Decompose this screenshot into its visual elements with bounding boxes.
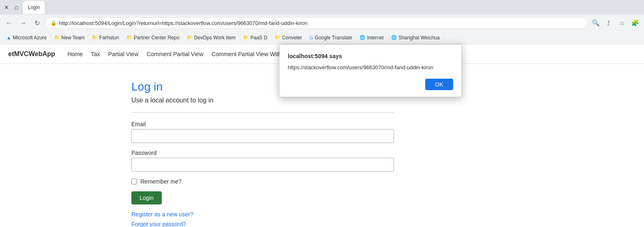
bookmark-label: PaaS D — [250, 35, 267, 41]
bookmark-conveter[interactable]: 📁 Conveter — [271, 33, 305, 42]
bookmark-azure[interactable]: ▲ Microsoft Azure — [3, 33, 50, 42]
reload-button[interactable]: ↻ — [31, 17, 43, 29]
globe-icon: 🌐 — [360, 35, 365, 40]
zoom-button[interactable]: 🔍 — [590, 17, 601, 29]
folder-icon: 📁 — [187, 35, 193, 40]
bookmark-label: Conveter — [282, 35, 302, 41]
folder-icon: 📁 — [92, 35, 98, 40]
page-content: etMVCWebApp Home Tax Partial View Commen… — [0, 44, 644, 227]
alert-message: https://stackoverflow.com/users/9663070/… — [288, 64, 453, 70]
bookmark-devops[interactable]: 📁 DevOps Work Item — [183, 33, 239, 42]
tab-home-button[interactable]: ⌂ — [12, 3, 21, 11]
forward-button[interactable]: → — [17, 17, 29, 29]
folder-icon: 📁 — [54, 35, 60, 40]
bookmark-label: Partner Center Repo — [134, 35, 179, 41]
alert-title: localhost:5094 says — [288, 53, 453, 59]
bookmarks-bar: ▲ Microsoft Azure 📁 New Team 📁 Farhatun … — [0, 31, 644, 44]
folder-icon: 📁 — [126, 35, 132, 40]
share-button[interactable]: ⤴ — [603, 17, 614, 29]
alert-ok-button[interactable]: OK — [425, 79, 453, 90]
bookmark-label: Google Translate — [315, 35, 352, 41]
tab-bar: ✕ ⌂ Login — [0, 0, 644, 15]
address-bar: ← → ↻ 🔒 http://localhost:5094/Login/Logi… — [0, 15, 644, 31]
azure-icon: ▲ — [7, 35, 11, 40]
tab-title: Login — [28, 5, 40, 10]
globe-icon: 🌐 — [391, 35, 397, 40]
bookmark-label: Shanghai Weichua — [399, 35, 440, 41]
bookmark-label: Farhatun — [99, 35, 119, 41]
lock-icon: 🔒 — [50, 20, 57, 26]
bookmark-label: DevOps Work Item — [194, 35, 236, 41]
bookmark-google-translate[interactable]: G Google Translate — [306, 33, 355, 42]
bookmark-paas[interactable]: 📁 PaaS D — [240, 33, 270, 42]
back-button[interactable]: ← — [3, 17, 15, 29]
active-tab[interactable]: Login — [23, 1, 45, 14]
folder-icon: 📁 — [275, 35, 280, 40]
bookmark-button[interactable]: ☆ — [616, 17, 628, 29]
bookmark-shanghai[interactable]: 🌐 Shanghai Weichua — [388, 33, 443, 42]
url-text: http://localhost:5094/Login/Login?return… — [59, 20, 307, 26]
url-bar[interactable]: 🔒 http://localhost:5094/Login/Login?retu… — [45, 17, 587, 29]
bookmark-internet[interactable]: 🌐 Internet — [356, 33, 387, 42]
alert-footer: OK — [288, 79, 453, 90]
alert-dialog: localhost:5094 says https://stackoverflo… — [279, 44, 462, 97]
bookmark-label: Internet — [367, 35, 384, 41]
bookmark-new-team[interactable]: 📁 New Team — [51, 33, 88, 42]
bookmark-label: New Team — [62, 35, 85, 41]
google-icon: G — [309, 35, 313, 40]
folder-icon: 📁 — [243, 35, 249, 40]
bookmark-farhatun[interactable]: 📁 Farhatun — [89, 33, 122, 42]
extensions-button[interactable]: 🧩 — [629, 17, 641, 29]
tab-close-button[interactable]: ✕ — [3, 4, 10, 11]
bookmark-label: Microsoft Azure — [13, 35, 47, 41]
bookmark-partner-center[interactable]: 📁 Partner Center Repo — [123, 33, 183, 42]
alert-overlay: localhost:5094 says https://stackoverflo… — [0, 44, 644, 227]
